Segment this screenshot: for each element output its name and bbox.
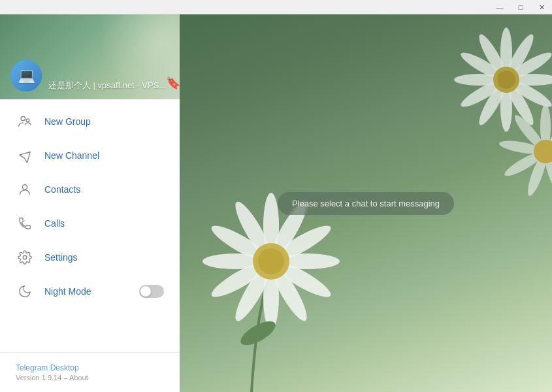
panel-footer: Telegram Desktop Version 1.9.14 – About — [0, 352, 180, 392]
avatar[interactable] — [10, 60, 42, 91]
menu-item-settings[interactable]: Settings — [0, 240, 180, 274]
menu-item-new-group[interactable]: New Group — [0, 105, 180, 139]
maximize-button[interactable]: □ — [510, 0, 531, 14]
close-button[interactable]: ✕ — [531, 0, 552, 14]
svg-point-2 — [22, 185, 27, 189]
titlebar: — □ ✕ — [0, 0, 552, 14]
menu-item-night-mode[interactable]: Night Mode — [0, 274, 180, 308]
daisy-small — [369, 21, 552, 204]
night-mode-toggle[interactable] — [139, 285, 164, 298]
left-panel: 还是那个人 | vpsaff.net - VPS... 🔖 New Group — [0, 14, 180, 392]
settings-icon — [16, 248, 34, 267]
svg-point-17 — [258, 248, 284, 274]
right-panel: Please select a chat to start messaging — [180, 14, 552, 392]
contacts-label: Contacts — [44, 184, 80, 195]
svg-point-3 — [23, 255, 27, 259]
contacts-icon — [16, 180, 34, 199]
profile-info: 还是那个人 | vpsaff.net - VPS... — [48, 80, 166, 91]
menu-item-contacts[interactable]: Contacts — [0, 172, 180, 206]
profile-name: 还是那个人 | vpsaff.net - VPS... — [48, 80, 166, 91]
svg-point-1 — [26, 119, 29, 122]
settings-label: Settings — [44, 252, 78, 263]
new-group-label: New Group — [44, 116, 91, 127]
calls-label: Calls — [44, 218, 65, 229]
avatar-image — [10, 60, 42, 91]
minimize-button[interactable]: — — [489, 0, 510, 14]
app-name: Telegram Desktop — [16, 363, 164, 372]
new-channel-icon — [16, 146, 34, 165]
menu-list: New Group New Channel Contacts — [0, 99, 180, 352]
empty-chat-message: Please select a chat to start messaging — [278, 192, 454, 215]
night-mode-row: Night Mode — [44, 285, 164, 298]
calls-icon — [16, 214, 34, 233]
svg-point-0 — [21, 116, 25, 120]
new-channel-label: New Channel — [44, 150, 99, 161]
night-mode-icon — [16, 282, 34, 301]
svg-point-32 — [497, 71, 515, 89]
bookmark-icon[interactable]: 🔖 — [166, 76, 180, 90]
version-text: Version 1.9.14 – About — [16, 374, 164, 382]
new-group-icon — [16, 112, 34, 131]
daisy-large — [180, 111, 402, 392]
profile-header: 还是那个人 | vpsaff.net - VPS... 🔖 — [0, 14, 180, 99]
menu-item-new-channel[interactable]: New Channel — [0, 139, 180, 172]
night-mode-label: Night Mode — [44, 286, 91, 297]
menu-item-calls[interactable]: Calls — [0, 206, 180, 240]
